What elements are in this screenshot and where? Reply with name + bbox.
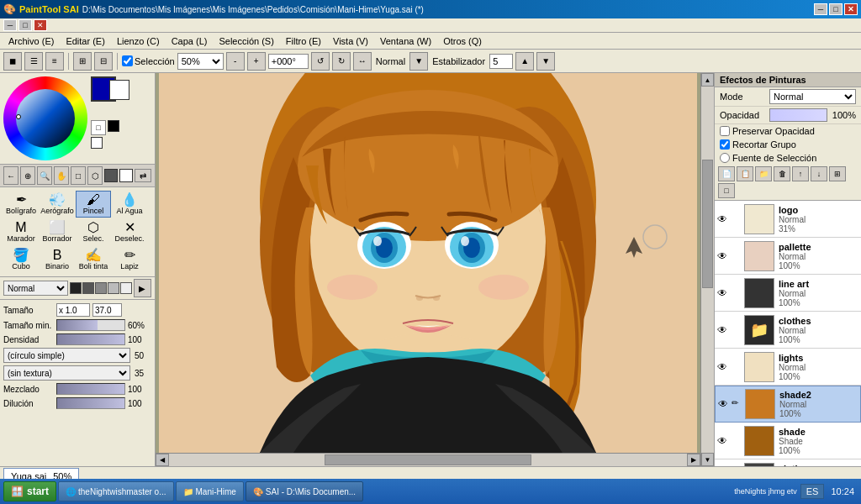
brush-color-2[interactable] <box>82 282 94 294</box>
layer-item-lineart[interactable]: 👁 line art Normal 100% <box>715 275 861 312</box>
toolbar-btn-3[interactable]: ≡ <box>45 52 64 71</box>
layer-item-shade2[interactable]: 👁 ✏ shade2 Normal 100% <box>715 386 861 423</box>
circle-select[interactable]: (círculo simple) <box>3 348 130 363</box>
toolbar-btn-1[interactable]: ◼ <box>3 52 22 71</box>
mode-btn[interactable]: ▼ <box>409 52 428 71</box>
eye-icon-shade2[interactable]: 👁 <box>718 398 730 410</box>
eye-icon-lineart[interactable]: 👁 <box>717 287 729 299</box>
tool-selec[interactable]: ⬡ Selec. <box>76 218 111 245</box>
lock-icon-clothes[interactable] <box>731 324 742 336</box>
scroll-v-track[interactable] <box>701 87 714 453</box>
brush-nav[interactable]: ▶ <box>134 279 151 297</box>
selection-checkbox[interactable] <box>122 55 133 66</box>
zoom-select[interactable]: 50%25%100% <box>177 53 224 70</box>
canvas-scrollbar-v[interactable]: ▲ ▼ <box>700 73 714 466</box>
taskbar-lang[interactable]: ES <box>800 484 825 499</box>
rotation-input[interactable] <box>268 54 309 69</box>
toolbar-btn-2[interactable]: ☰ <box>24 52 43 71</box>
scroll-v-up[interactable]: ▲ <box>701 73 714 87</box>
layer-merge-btn[interactable]: ⊞ <box>829 166 846 181</box>
inner-restore[interactable]: □ <box>18 19 32 31</box>
swap-btn[interactable]: ⇄ <box>135 169 151 182</box>
menu-editar[interactable]: Editar (E) <box>61 35 109 47</box>
fg-mini[interactable] <box>104 169 118 182</box>
menu-lienzo[interactable]: Lienzo (C) <box>112 35 165 47</box>
nav-btn-6[interactable]: ⬡ <box>87 166 103 185</box>
lock-icon-shade[interactable] <box>731 435 742 447</box>
size-multiplier-input[interactable] <box>56 303 90 317</box>
nav-btn-5[interactable]: □ <box>71 166 86 185</box>
tool-cubo[interactable]: 🪣 Cubo <box>3 246 39 273</box>
blend-slider[interactable] <box>56 383 125 395</box>
stab-up-btn[interactable]: ▲ <box>515 52 534 71</box>
menu-archivo[interactable]: Archivo (E) <box>3 35 59 47</box>
scroll-v-thumb[interactable] <box>702 160 713 288</box>
zoom-in-btn[interactable]: + <box>247 52 266 71</box>
inner-minimize[interactable]: ─ <box>3 19 17 31</box>
layer-copy-btn[interactable]: 📋 <box>737 166 753 181</box>
swatch-white[interactable] <box>91 137 103 149</box>
lock-icon-pallette[interactable] <box>731 250 742 262</box>
density-slider[interactable] <box>56 333 125 345</box>
taskbar-btn-1[interactable]: 🌐 theNightwishmaster o... <box>58 481 174 501</box>
eye-icon-shade[interactable]: 👁 <box>717 435 729 447</box>
tool-marador[interactable]: M Marador <box>3 218 39 245</box>
canvas-image[interactable] <box>156 73 700 453</box>
texture-select[interactable]: (sin textura) <box>3 365 130 381</box>
layer-item-pallette[interactable]: 👁 pallette Normal 100% <box>715 238 861 275</box>
lock-icon-shade2[interactable]: ✏ <box>732 398 743 410</box>
layer-item-clothes[interactable]: 👁 📁 clothes Normal 100% <box>715 312 861 349</box>
tool-lapiz[interactable]: ✏ Lapiz <box>112 246 147 273</box>
eye-icon-lights[interactable]: 👁 <box>717 361 729 373</box>
rotate-r-btn[interactable]: ↻ <box>332 52 351 71</box>
layer-item-logo[interactable]: 👁 logo Normal 31% <box>715 201 861 238</box>
toolbar-btn-5[interactable]: ⊟ <box>94 52 113 71</box>
layer-new-btn[interactable]: 📄 <box>718 166 735 181</box>
opacity-slider[interactable] <box>769 108 827 122</box>
menu-otros[interactable]: Otros (Q) <box>438 35 487 47</box>
mode-select[interactable]: Normal <box>769 89 856 104</box>
stab-dn-btn[interactable]: ▼ <box>536 52 555 71</box>
rotate-l-btn[interactable]: ↺ <box>311 52 330 71</box>
color-wheel-inner[interactable] <box>16 89 75 148</box>
swatch-black[interactable] <box>108 120 119 132</box>
clip-group-checkbox[interactable] <box>720 139 730 150</box>
layer-down-btn[interactable]: ↓ <box>811 166 827 181</box>
layer-item-cloth[interactable]: 👁 cloth Normal 100% <box>715 459 861 466</box>
brush-mode-select[interactable]: Normal <box>3 281 68 296</box>
layer-up-btn[interactable]: ↑ <box>792 166 809 181</box>
zoom-out-btn[interactable]: - <box>226 52 245 71</box>
brush-color-4[interactable] <box>108 282 119 294</box>
background-color[interactable] <box>109 80 129 100</box>
tool-boligrafo[interactable]: ✒ Bolígrafo <box>3 191 39 218</box>
lock-icon-lineart[interactable] <box>731 287 742 299</box>
menu-filtro[interactable]: Filtro (E) <box>281 35 326 47</box>
tool-pincel[interactable]: 🖌 Pincel <box>76 191 111 218</box>
canvas-area[interactable]: ◀ ▶ ▲ ▼ <box>156 73 714 466</box>
layer-item-shade[interactable]: 👁 shade Shade 100% <box>715 423 861 459</box>
tool-boli-tinta[interactable]: ✍ Boli tinta <box>76 246 111 273</box>
size-min-slider[interactable] <box>56 319 125 331</box>
scroll-h-left[interactable]: ◀ <box>156 454 169 466</box>
taskbar-btn-3[interactable]: 🎨 SAI - D:\Mis Documen... <box>246 481 363 501</box>
nav-btn-2[interactable]: ⊕ <box>20 166 35 185</box>
flip-h-btn[interactable]: ↔ <box>353 52 372 71</box>
scroll-h-track[interactable] <box>169 454 687 466</box>
eye-icon-logo[interactable]: 👁 <box>717 213 729 225</box>
tool-borrador[interactable]: ⬜ Borrador <box>40 218 75 245</box>
tool-aerografo[interactable]: 💨 Aerógrafo <box>40 191 75 218</box>
selection-source-radio[interactable] <box>720 153 730 163</box>
tool-deselec[interactable]: ✕ Deselec. <box>112 218 147 245</box>
start-button[interactable]: 🪟 start <box>3 481 56 501</box>
scroll-h-right[interactable]: ▶ <box>687 454 700 466</box>
dilution-slider[interactable] <box>56 397 125 409</box>
menu-ventana[interactable]: Ventana (W) <box>375 35 436 47</box>
scroll-h-thumb[interactable] <box>325 454 531 465</box>
eye-icon-clothes[interactable]: 👁 <box>717 324 729 336</box>
scroll-v-down[interactable]: ▼ <box>701 453 714 466</box>
layer-extra-btn[interactable]: □ <box>718 183 735 198</box>
layer-delete-btn[interactable]: 🗑 <box>774 166 790 181</box>
eye-icon-pallette[interactable]: 👁 <box>717 250 729 262</box>
tool-binario[interactable]: B Binario <box>40 246 75 273</box>
size-value-input[interactable] <box>92 303 122 317</box>
